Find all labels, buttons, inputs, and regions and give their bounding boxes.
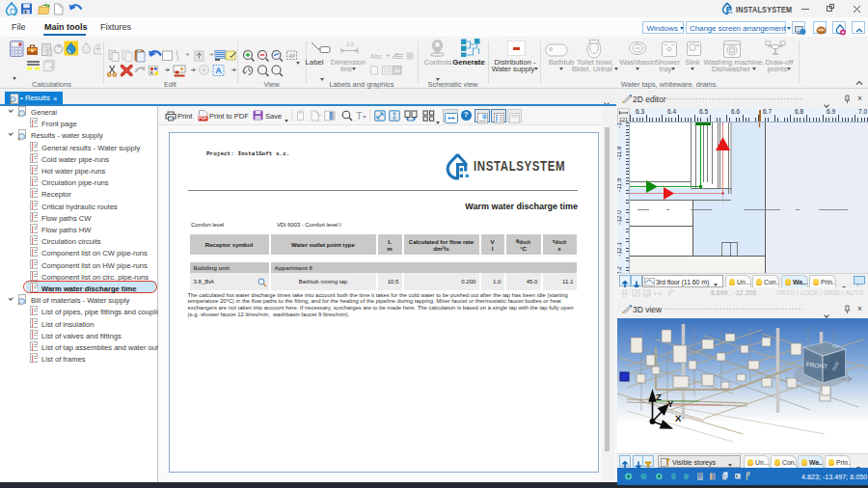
- svg-text:PDF: PDF: [199, 116, 207, 121]
- svg-text:2.0: 2.0: [346, 41, 354, 47]
- svg-text:A: A: [215, 66, 221, 75]
- svg-text:Y: Y: [667, 398, 674, 409]
- svg-text:121: 121: [619, 117, 628, 122]
- svg-text:AP: AP: [288, 53, 295, 59]
- svg-text:Z: Z: [656, 392, 662, 402]
- svg-text:Abc: Abc: [370, 53, 383, 60]
- svg-text:X: X: [675, 413, 682, 423]
